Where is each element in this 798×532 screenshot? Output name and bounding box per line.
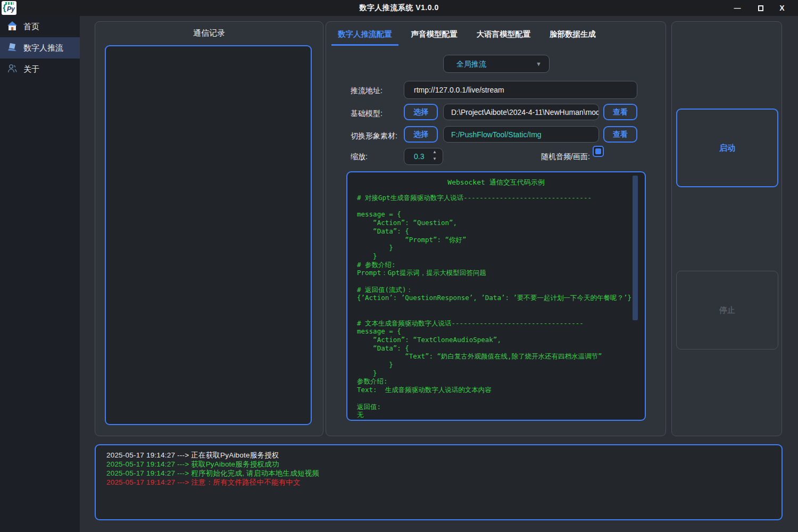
sidebar-item-digital-human-stream[interactable]: 数字人推流 bbox=[0, 37, 80, 59]
code-scrollbar-thumb[interactable] bbox=[633, 176, 638, 320]
push-url-input[interactable] bbox=[404, 81, 637, 99]
sidebar-item-home[interactable]: 首页 bbox=[0, 16, 80, 37]
maximize-button[interactable] bbox=[749, 0, 772, 16]
tab-llm-config[interactable]: 大语言模型配置 bbox=[470, 29, 537, 46]
code-example-title: Websocket 通信交互代码示例 bbox=[347, 178, 645, 187]
avatar-asset-view-button[interactable]: 查看 bbox=[603, 126, 637, 143]
scale-label: 缩放: bbox=[351, 152, 368, 162]
sidebar-item-label: 首页 bbox=[23, 22, 39, 32]
log-line: 2025-05-17 19:14:27 ---> 正在获取PyAibote服务授… bbox=[106, 451, 782, 460]
code-example-content: # 对接Gpt生成音频驱动数字人说话----------------------… bbox=[357, 194, 645, 419]
comm-record-panel: 通信记录 bbox=[95, 21, 323, 436]
websocket-code-example-box[interactable]: Websocket 通信交互代码示例 # 对接Gpt生成音频驱动数字人说话---… bbox=[346, 171, 646, 421]
stream-mode-value: 全局推流 bbox=[456, 60, 486, 68]
title-bar: { Py 数字人推流系统 V1.0.0 — X bbox=[0, 0, 798, 16]
log-line: 2025-05-17 19:14:27 ---> 注意：所有文件路径中不能有中文 bbox=[106, 478, 782, 487]
base-model-view-button[interactable]: 查看 bbox=[603, 104, 637, 120]
person-icon bbox=[7, 63, 18, 76]
tab-voice-model-config[interactable]: 声音模型配置 bbox=[405, 29, 464, 46]
push-url-label: 推流地址: bbox=[351, 86, 383, 96]
config-panel: 数字人推流配置 声音模型配置 大语言模型配置 脸部数据生成 全局推流 ▼ 推流地… bbox=[326, 21, 666, 436]
config-tabs: 数字人推流配置 声音模型配置 大语言模型配置 脸部数据生成 bbox=[331, 29, 602, 46]
close-button[interactable]: X bbox=[770, 0, 794, 16]
sidebar: 首页 数字人推流 关于 bbox=[0, 16, 80, 532]
sidebar-item-about[interactable]: 关于 bbox=[0, 59, 80, 80]
scale-value: 0.3 bbox=[414, 152, 424, 161]
sidebar-item-label: 数字人推流 bbox=[23, 43, 63, 53]
comm-record-title: 通信记录 bbox=[95, 28, 323, 38]
laptop-icon bbox=[7, 42, 18, 54]
random-av-label: 随机音频/画面: bbox=[541, 152, 590, 162]
chevron-down-icon: ▼ bbox=[536, 55, 542, 72]
log-line: 2025-05-17 19:14:27 ---> 程序初始化完成, 请启动本地生… bbox=[106, 469, 782, 478]
sidebar-item-label: 关于 bbox=[23, 64, 39, 74]
status-log-box[interactable]: 2025-05-17 19:14:27 ---> 正在获取PyAibote服务授… bbox=[95, 444, 783, 520]
stepper-up-icon[interactable]: ▲ bbox=[431, 149, 438, 157]
home-icon bbox=[7, 21, 18, 33]
base-model-choose-button[interactable]: 选择 bbox=[404, 104, 438, 120]
avatar-asset-choose-button[interactable]: 选择 bbox=[404, 126, 438, 143]
base-model-path-field[interactable] bbox=[443, 104, 599, 120]
tab-digital-human-stream-config[interactable]: 数字人推流配置 bbox=[331, 29, 398, 46]
minimize-button[interactable]: — bbox=[726, 0, 749, 16]
maximize-icon bbox=[758, 5, 763, 11]
scale-stepper[interactable]: 0.3 ▲ ▼ bbox=[404, 148, 443, 165]
random-av-checkbox[interactable] bbox=[593, 146, 604, 157]
base-model-label: 基础模型: bbox=[351, 109, 383, 119]
checkbox-checked-mark bbox=[595, 148, 601, 154]
log-line: 2025-05-17 19:14:27 ---> 获取PyAibote服务授权成… bbox=[106, 460, 782, 469]
stepper-down-icon[interactable]: ▼ bbox=[431, 156, 438, 164]
window-title: 数字人推流系统 V1.0.0 bbox=[0, 3, 798, 13]
avatar-asset-path-field[interactable] bbox=[443, 126, 599, 143]
stop-button[interactable]: 停止 bbox=[676, 271, 778, 350]
tab-face-data-generate[interactable]: 脸部数据生成 bbox=[543, 29, 602, 46]
stream-mode-select[interactable]: 全局推流 ▼ bbox=[443, 55, 550, 73]
start-button[interactable]: 启动 bbox=[676, 109, 778, 187]
action-panel: 启动 停止 bbox=[671, 21, 782, 436]
comm-record-output[interactable] bbox=[105, 45, 312, 425]
avatar-asset-label: 切换形象素材: bbox=[351, 131, 397, 141]
